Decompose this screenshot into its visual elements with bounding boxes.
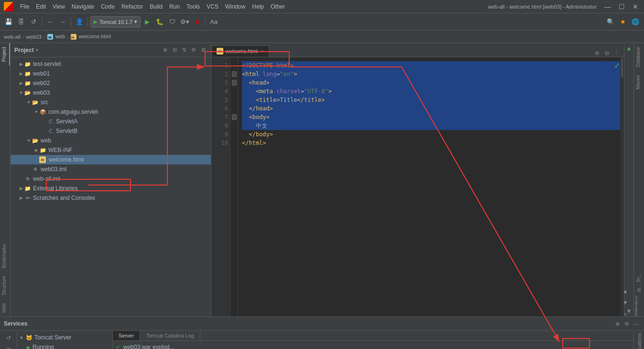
breadcrumb-web[interactable]: w web — [47, 33, 65, 40]
menu-run[interactable]: Run — [166, 2, 183, 11]
editor-split-icon[interactable]: ⊟ — [603, 49, 611, 57]
tree-item-web03[interactable]: ▼ 📂 web03 — [11, 88, 211, 98]
menu-tools[interactable]: Tools — [184, 2, 203, 11]
forward-button[interactable]: → — [57, 16, 68, 28]
editor-tab-welcome[interactable]: H welcome.html ✕ — [211, 45, 269, 57]
sidebar-tab-structure[interactable]: Structure — [0, 272, 10, 299]
coverage-button[interactable]: 🛡 — [166, 16, 178, 28]
menu-other[interactable]: Other — [268, 2, 288, 11]
panel-icon-hide[interactable]: ⊞ — [199, 46, 207, 54]
tree-item-scratches[interactable]: ▶ ✏ Scratches and Consoles — [11, 193, 211, 203]
panel-icon-expand[interactable]: ⊕ — [161, 46, 169, 54]
tree-item-ext-libs[interactable]: ▶ 📁 External Libraries — [11, 184, 211, 193]
expand-arrow[interactable]: ▶ — [18, 71, 24, 76]
breadcrumb-web-all[interactable]: web-all — [4, 34, 21, 40]
menu-build[interactable]: Build — [147, 2, 165, 11]
panel-icon-settings[interactable]: ⚙ — [190, 46, 197, 54]
right-scroll-up[interactable]: ▲ — [626, 45, 632, 52]
editor-settings-icon[interactable]: ⚙ — [593, 49, 601, 57]
tree-item-web02[interactable]: ▶ 📁 web02 — [11, 78, 211, 88]
code-editor[interactable]: <!DOCTYPE html> <html lang="en"> <head> … — [238, 57, 624, 316]
tree-item-src[interactable]: ▼ 📂 src — [11, 98, 211, 107]
tree-item-servletA[interactable]: C ServletA — [11, 117, 211, 126]
debug-button[interactable]: 🐛 — [154, 16, 165, 28]
sidebar-tab-project[interactable]: Project — [0, 43, 10, 65]
right-panel-te[interactable]: te... — [636, 284, 642, 292]
services-reload-btn[interactable]: ↺ — [3, 333, 14, 343]
expand-arrow[interactable]: ▼ — [26, 138, 32, 143]
editor-more-icon[interactable]: ⋮ — [612, 49, 620, 57]
save-all-button[interactable]: 🗄 — [15, 16, 27, 28]
right-panel-pr[interactable]: Pr... — [636, 273, 642, 282]
expand-arrow[interactable]: ▼ — [26, 99, 32, 105]
menu-vcs[interactable]: VCS — [204, 2, 221, 11]
close-button[interactable]: ✕ — [631, 2, 640, 11]
services-expand-btn[interactable]: ⊟ — [3, 345, 14, 349]
notifications-side[interactable]: Notifications — [636, 333, 642, 349]
tree-item-servletB[interactable]: C ServletB — [11, 126, 211, 136]
services-add-icon[interactable]: ⊕ — [613, 320, 621, 327]
far-right-tab-database[interactable]: Database — [634, 43, 644, 71]
expand-arrow[interactable]: ▶ — [18, 185, 24, 191]
menu-code[interactable]: Code — [98, 2, 118, 11]
more-run-button[interactable]: ⚙▾ — [179, 16, 190, 28]
menu-edit[interactable]: Edit — [33, 2, 49, 11]
expand-arrow[interactable]: ▶ — [33, 147, 39, 153]
fold-7[interactable]: — — [231, 113, 237, 121]
notifications-label[interactable]: Notifications — [634, 294, 644, 316]
tree-item-web01[interactable]: ▶ 📁 web01 — [11, 69, 211, 78]
menu-help[interactable]: Help — [249, 2, 267, 11]
menu-navigate[interactable]: Navigate — [69, 2, 97, 11]
tree-item-web-folder[interactable]: ▼ 📂 web — [11, 136, 211, 145]
tab-close-button[interactable]: ✕ — [260, 49, 264, 54]
sidebar-tab-web[interactable]: Web — [0, 299, 10, 316]
far-right-tab-maven[interactable]: Maven — [634, 71, 644, 93]
fold-2[interactable]: — — [231, 70, 237, 78]
breadcrumb-web03[interactable]: web03 — [26, 34, 42, 40]
back-button[interactable]: ← — [44, 16, 56, 28]
breadcrumb-file[interactable]: H welcome.html — [71, 33, 111, 40]
translate-button[interactable]: Aa — [208, 16, 219, 28]
services-item-tomcat-server[interactable]: ▼ 🐱 Tomcat Server — [17, 333, 112, 342]
tree-item-welcome-html[interactable]: H welcome.html — [11, 155, 211, 164]
panel-icon-sort[interactable]: ⇅ — [180, 46, 188, 54]
sidebar-tab-bookmarks[interactable]: Bookmarks — [0, 240, 10, 272]
server-down-btn[interactable]: ▼ — [620, 297, 631, 308]
server-tab-catalina[interactable]: Tomcat Catalina Log — [140, 331, 200, 340]
run-config-dropdown[interactable]: ▶ Tomcat 10.1.7 ▾ — [90, 16, 141, 28]
profile-button[interactable]: ★ — [617, 16, 629, 28]
services-settings-icon[interactable]: ⚙ — [623, 320, 631, 327]
sync-button[interactable]: ↺ — [28, 16, 39, 28]
vertical-scrollbar[interactable] — [620, 57, 624, 316]
tree-item-webAlliml[interactable]: ⚙ web-all.iml — [11, 174, 211, 184]
server-more-btn[interactable]: » — [620, 309, 631, 319]
expand-arrow[interactable]: ▶ — [18, 80, 24, 86]
menu-refactor[interactable]: Refactor — [119, 2, 146, 11]
navigate-icon[interactable]: 👤 — [74, 16, 85, 28]
menu-window[interactable]: Window — [222, 2, 249, 11]
stop-button[interactable]: ■ — [191, 16, 203, 28]
run-button[interactable]: ▶ — [142, 16, 153, 28]
server-tab-server[interactable]: Server — [113, 331, 140, 340]
scrollbar-thumb[interactable] — [621, 58, 623, 77]
search-button[interactable]: 🔍 — [605, 16, 616, 28]
tree-item-package[interactable]: ▼ 📦 com.atguigu.servlet — [11, 107, 211, 117]
expand-arrow[interactable]: ▼ — [33, 109, 39, 115]
services-item-running[interactable]: ▶ Running — [17, 342, 112, 349]
maximize-button[interactable]: ☐ — [617, 2, 627, 11]
minimize-button[interactable]: — — [602, 2, 613, 11]
expand-arrow[interactable]: ▶ — [18, 195, 24, 201]
expand-arrow[interactable]: ▶ — [18, 61, 24, 67]
save-button[interactable]: 💾 — [3, 16, 14, 28]
menu-view[interactable]: View — [50, 2, 68, 11]
tree-item-test-servlet[interactable]: ▶ 📁 test-servlet — [11, 59, 211, 69]
menu-file[interactable]: File — [17, 2, 32, 11]
panel-icon-collapse[interactable]: ⊟ — [171, 46, 178, 54]
expand-arrow[interactable]: ▼ — [18, 90, 24, 96]
fold-1[interactable] — [231, 61, 237, 70]
fold-3[interactable]: — — [231, 78, 237, 87]
server-up-btn[interactable]: ▲ — [620, 286, 631, 296]
tree-item-webinf[interactable]: ▶ 📁 WEB-INF — [11, 145, 211, 155]
services-close-icon[interactable]: — — [633, 320, 640, 327]
tree-item-web03iml[interactable]: ⚙ web03.iml — [11, 164, 211, 174]
